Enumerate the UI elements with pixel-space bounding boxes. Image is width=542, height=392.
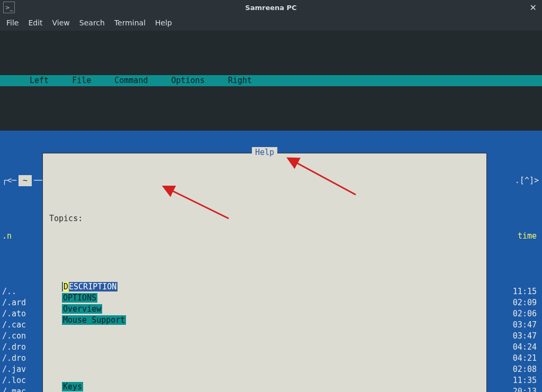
menu-help[interactable]: Help [155, 19, 172, 27]
file-time-cell: 11:15 [489, 286, 537, 297]
mc-panels: ┌<─ ~ ──────────────────────────────────… [0, 131, 542, 392]
mc-menu-left[interactable]: Left [18, 75, 60, 86]
file-time-cell: 03:47 [489, 331, 537, 342]
help-dialog-title: Help [252, 147, 277, 158]
col-time-header: time [489, 231, 537, 242]
mc-menu-options[interactable]: Options [159, 75, 216, 86]
file-name-cell: /.dro [0, 353, 42, 364]
file-name-cell: /.loc [0, 375, 42, 386]
help-topic-link[interactable]: OPTIONS [62, 293, 97, 303]
file-time-cell: 02:06 [489, 308, 537, 320]
terminal-icon: >_ [3, 2, 15, 13]
file-name-cell: /.. [0, 286, 42, 297]
titlebar: >_ Samreena PC ✕ [0, 0, 542, 15]
menu-terminal[interactable]: Terminal [114, 19, 146, 27]
app-menubar: File Edit View Search Terminal Help [0, 15, 542, 31]
help-dialog: Help Topics: DESCRIPTIONOPTIONSOverviewM… [42, 153, 487, 392]
file-time-cell: 02:09 [489, 297, 537, 308]
app-window: >_ Samreena PC ✕ File Edit View Search T… [0, 0, 542, 392]
file-time-cell: 04:21 [489, 353, 537, 364]
window-title: Samreena PC [0, 4, 542, 12]
col-name-header: .n [0, 231, 42, 242]
help-topic-keys[interactable]: Keys [62, 382, 83, 391]
menu-edit[interactable]: Edit [28, 19, 42, 27]
mc-menu-command[interactable]: Command [103, 75, 159, 86]
mc-menu-right[interactable]: Right [216, 75, 264, 86]
file-time-cell: 20:13 [489, 386, 537, 392]
file-time-cell: 11:35 [489, 375, 537, 386]
menu-view[interactable]: View [52, 19, 70, 27]
mc-menubar: Left File Command Options Right [0, 75, 542, 86]
help-topic-link[interactable]: Overview [62, 304, 102, 314]
help-topics-header: Topics: [49, 213, 480, 224]
file-name-cell: /.cac [0, 320, 42, 331]
file-time-cell: 03:47 [489, 320, 537, 331]
cwd-tilde: ~ [19, 175, 32, 186]
help-topic-link[interactable]: DESCRIPTION [62, 282, 118, 291]
file-name-cell: /.con [0, 331, 42, 342]
file-name-cell: /.ato [0, 308, 42, 320]
file-name-cell: /.jav [0, 364, 42, 375]
menu-file[interactable]: File [6, 19, 19, 27]
terminal-area: Left File Command Options Right ┌<─ ~ ──… [0, 31, 542, 392]
file-name-cell: /.dro [0, 342, 42, 353]
close-icon[interactable]: ✕ [530, 3, 537, 13]
file-name-cell: /.ard [0, 297, 42, 308]
file-name-cell: /.mac [0, 386, 42, 392]
panel-right-label: .[^]> [515, 175, 542, 186]
help-topic-link[interactable]: Mouse Support [62, 315, 126, 325]
file-time-cell: 04:24 [489, 342, 537, 353]
file-time-cell: 02:08 [489, 364, 537, 375]
menu-search[interactable]: Search [79, 19, 105, 27]
mc-menu-file[interactable]: File [60, 75, 103, 86]
